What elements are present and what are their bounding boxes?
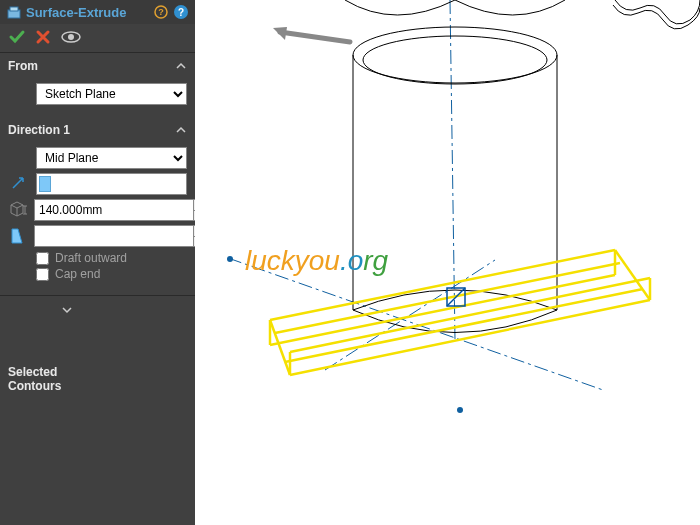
svg-line-30	[285, 289, 643, 362]
chevron-up-icon	[175, 124, 187, 136]
reverse-direction-icon[interactable]	[8, 175, 30, 193]
preview-button[interactable]	[60, 28, 82, 46]
svg-point-7	[68, 34, 74, 40]
draft-icon[interactable]	[8, 226, 28, 246]
color-swatch	[39, 176, 51, 192]
ok-button[interactable]	[8, 28, 26, 46]
svg-rect-1	[10, 7, 18, 11]
end-condition-select[interactable]: Mid Plane	[36, 147, 187, 169]
svg-text:?: ?	[158, 7, 164, 17]
svg-line-28	[290, 278, 650, 352]
help-bubble-icon[interactable]: ?	[153, 4, 169, 20]
svg-line-8	[450, 0, 455, 340]
from-label: From	[8, 59, 38, 73]
draft-outward-label: Draft outward	[55, 251, 127, 265]
from-select[interactable]: Sketch Plane	[36, 83, 187, 105]
svg-line-21	[270, 320, 290, 375]
depth-icon	[8, 200, 28, 220]
depth-input[interactable]	[34, 199, 194, 221]
selected-contours-header[interactable]: Selected Contours	[0, 295, 195, 462]
help-icon[interactable]: ?	[173, 4, 189, 20]
cap-end-label: Cap end	[55, 267, 100, 281]
cancel-button[interactable]	[34, 28, 52, 46]
feature-icon	[6, 4, 22, 20]
watermark: luckyou.org	[245, 245, 388, 277]
chevron-up-icon	[175, 60, 187, 72]
draft-angle-input[interactable]	[34, 225, 194, 247]
svg-point-15	[353, 27, 557, 83]
cap-end-checkbox[interactable]	[36, 268, 49, 281]
svg-marker-14	[273, 27, 287, 40]
panel-title: Surface-Extrude	[26, 5, 149, 20]
svg-point-16	[363, 36, 547, 84]
graphics-viewport[interactable]: luckyou.org	[195, 0, 700, 525]
chevron-down-icon	[61, 304, 187, 454]
svg-text:?: ?	[178, 7, 184, 18]
draft-outward-checkbox[interactable]	[36, 252, 49, 265]
svg-point-11	[457, 407, 463, 413]
svg-line-13	[280, 32, 350, 42]
direction1-label: Direction 1	[8, 123, 70, 137]
svg-point-12	[227, 256, 233, 262]
direction1-section-header[interactable]: Direction 1	[0, 117, 195, 141]
selected-contours-label: Selected Contours	[8, 365, 61, 393]
from-section-header[interactable]: From	[0, 53, 195, 77]
direction-vector-input[interactable]	[36, 173, 187, 195]
svg-line-20	[290, 300, 650, 375]
